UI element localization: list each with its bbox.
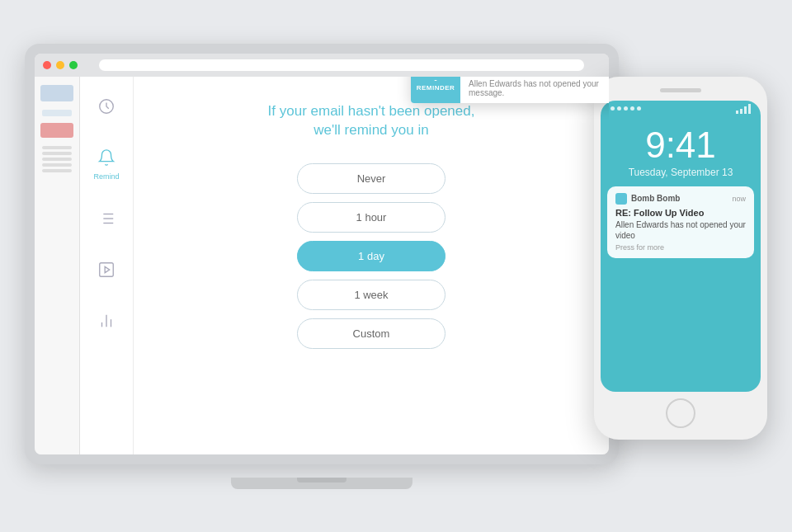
traffic-light-red[interactable] <box>43 61 51 69</box>
notification-text: RE: 7010 Switchback Trail Open House All… <box>460 77 609 103</box>
nav-clock[interactable] <box>93 93 120 120</box>
phone-press-more: Press for more <box>615 243 746 252</box>
notification-body: Allen Edwards has not opened your messag… <box>469 79 609 97</box>
svg-marker-8 <box>105 266 110 272</box>
sidebar-line <box>42 158 72 161</box>
signal-bar <box>748 104 751 114</box>
carrier-dot <box>610 106 615 111</box>
sidebar-red-button <box>40 123 73 138</box>
sidebar-brand <box>40 85 73 101</box>
sidebar-lines <box>42 146 72 172</box>
left-nav-panel: Remind <box>80 77 134 454</box>
main-heading-line1: If your email hasn't been opened, <box>268 103 475 119</box>
chart-icon <box>93 308 120 334</box>
phone-date: Tuesday, September 13 <box>601 167 761 178</box>
option-1week[interactable]: 1 week <box>297 280 446 310</box>
main-heading: If your email hasn't been opened, we'll … <box>268 101 475 141</box>
notification-label: REMINDER <box>417 84 455 92</box>
options-list: Never 1 hour 1 day 1 week <box>297 163 446 349</box>
phone-speaker <box>660 88 701 92</box>
notification-bell-icon <box>426 77 446 83</box>
phone-time-block: 9:41 Tuesday, September 13 <box>601 117 761 186</box>
phone-signal <box>736 104 751 114</box>
nav-remind[interactable]: Remind <box>93 144 120 181</box>
signal-bar <box>744 106 747 114</box>
nav-play[interactable] <box>93 257 120 283</box>
sidebar-line <box>42 163 72 167</box>
sidebar-brand-sub <box>42 110 72 116</box>
remind-label: Remind <box>93 172 119 181</box>
phone-notif-title: RE: Follow Up Video <box>615 208 746 218</box>
laptop-titlebar <box>35 54 609 77</box>
list-icon <box>93 205 120 232</box>
phone-home-button[interactable] <box>666 398 695 428</box>
phone-notif-header: Bomb Bomb now <box>615 193 746 205</box>
option-never[interactable]: Never <box>297 163 446 194</box>
laptop-body: Remind <box>25 44 619 464</box>
bell-icon <box>93 144 120 171</box>
phone-time: 9:41 <box>601 127 761 163</box>
app-sidebar <box>35 77 80 454</box>
nav-list[interactable] <box>93 205 120 232</box>
traffic-light-green[interactable] <box>69 61 78 69</box>
laptop-base <box>231 478 412 489</box>
notification-title: RE: 7010 Switchback Trail Open House <box>469 77 609 78</box>
option-custom[interactable]: Custom <box>297 318 446 349</box>
sidebar-line <box>42 146 72 149</box>
laptop-content: Remind <box>35 77 609 454</box>
phone-app-name: Bomb Bomb <box>631 194 680 203</box>
signal-bar <box>740 109 742 114</box>
carrier-dot <box>637 106 641 111</box>
phone-app-icon <box>615 193 627 205</box>
phone-screen: 9:41 Tuesday, September 13 Bomb Bomb now… <box>601 101 761 392</box>
main-panel: REMINDER RE: 7010 Switchback Trail Open … <box>134 77 609 454</box>
carrier-dot <box>630 106 634 111</box>
laptop: Remind <box>25 44 619 489</box>
phone-notif-time: now <box>732 195 746 203</box>
traffic-light-yellow[interactable] <box>56 61 64 69</box>
phone-notif-body: Allen Edwards has not opened your video <box>615 219 746 241</box>
nav-chart[interactable] <box>93 308 120 334</box>
notification-icon-block: REMINDER <box>411 77 460 103</box>
scene: Remind <box>25 27 767 506</box>
carrier-dot <box>624 106 628 111</box>
option-1day[interactable]: 1 day <box>297 241 446 271</box>
phone-notification: Bomb Bomb now RE: Follow Up Video Allen … <box>607 186 754 258</box>
phone-app-info: Bomb Bomb <box>615 193 680 205</box>
phone-carrier-dots <box>610 106 641 111</box>
clock-icon <box>93 93 120 120</box>
sidebar-line <box>42 152 72 155</box>
svg-rect-7 <box>100 262 114 276</box>
phone-statusbar <box>601 101 761 117</box>
signal-bar <box>736 111 738 114</box>
sidebar-line <box>42 169 72 172</box>
phone: 9:41 Tuesday, September 13 Bomb Bomb now… <box>594 77 767 440</box>
play-icon <box>93 257 120 283</box>
address-bar <box>99 59 584 71</box>
main-heading-line2: we'll remind you in <box>314 122 428 138</box>
notification-popup: REMINDER RE: 7010 Switchback Trail Open … <box>411 77 609 103</box>
option-1hour[interactable]: 1 hour <box>297 202 446 233</box>
carrier-dot <box>617 106 621 111</box>
laptop-screen: Remind <box>35 54 609 454</box>
